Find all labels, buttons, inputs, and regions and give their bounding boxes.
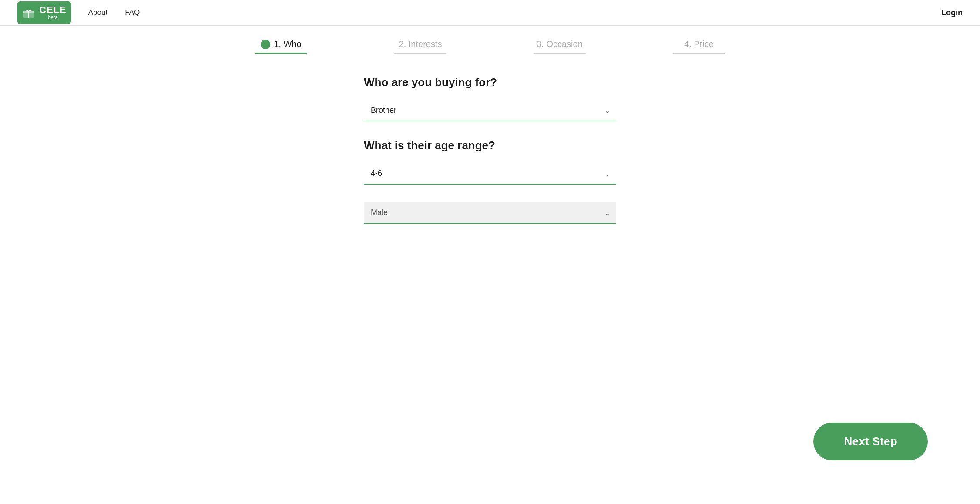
who-question: Who are you buying for? [364,76,616,89]
main-form: Who are you buying for? Brother Sister M… [338,76,642,224]
steps-container: 1. Who 2. Interests 3. Occasion 4. Price [185,26,795,54]
step-4-underline [673,53,725,54]
step-3-indicator: 3. Occasion [537,39,583,49]
header: CELE beta About FAQ Login [0,0,980,26]
who-section: Who are you buying for? Brother Sister M… [364,76,616,121]
step-1[interactable]: 1. Who [211,39,351,54]
step-2-label: 2. Interests [399,39,442,49]
step-1-dot [261,40,270,49]
step-4-indicator: 4. Price [684,39,714,49]
step-1-indicator: 1. Who [261,39,301,49]
step-1-label: 1. Who [274,39,301,49]
step-4-label: 4. Price [684,39,714,49]
step-3-underline [534,53,586,54]
gender-select-wrapper: Male Female Non-binary Prefer not to say… [364,202,616,224]
nav-about[interactable]: About [88,8,107,17]
logo-icon [22,6,36,20]
step-4[interactable]: 4. Price [629,39,769,54]
step-1-underline [255,53,307,54]
age-select-wrapper: 0-3 4-6 7-10 11-15 16-20 21-30 31-40 41-… [364,163,616,185]
logo-name: CELE [39,5,67,15]
logo-beta: beta [39,15,67,20]
age-select[interactable]: 0-3 4-6 7-10 11-15 16-20 21-30 31-40 41-… [364,163,616,185]
step-3-label: 3. Occasion [537,39,583,49]
login-button[interactable]: Login [941,8,963,17]
age-question: What is their age range? [364,139,616,152]
who-select-wrapper: Brother Sister Mother Father Friend Part… [364,100,616,121]
who-select[interactable]: Brother Sister Mother Father Friend Part… [364,100,616,121]
step-2-underline [394,53,446,54]
gender-select[interactable]: Male Female Non-binary Prefer not to say [364,202,616,224]
step-2-indicator: 2. Interests [399,39,442,49]
step-3[interactable]: 3. Occasion [490,39,629,54]
logo: CELE beta [17,1,71,24]
logo-text: CELE beta [39,5,67,20]
nav-faq[interactable]: FAQ [125,8,140,17]
step-2[interactable]: 2. Interests [351,39,490,54]
nav: About FAQ [88,8,140,17]
age-section: What is their age range? 0-3 4-6 7-10 11… [364,139,616,185]
gender-section: Male Female Non-binary Prefer not to say… [364,202,616,224]
